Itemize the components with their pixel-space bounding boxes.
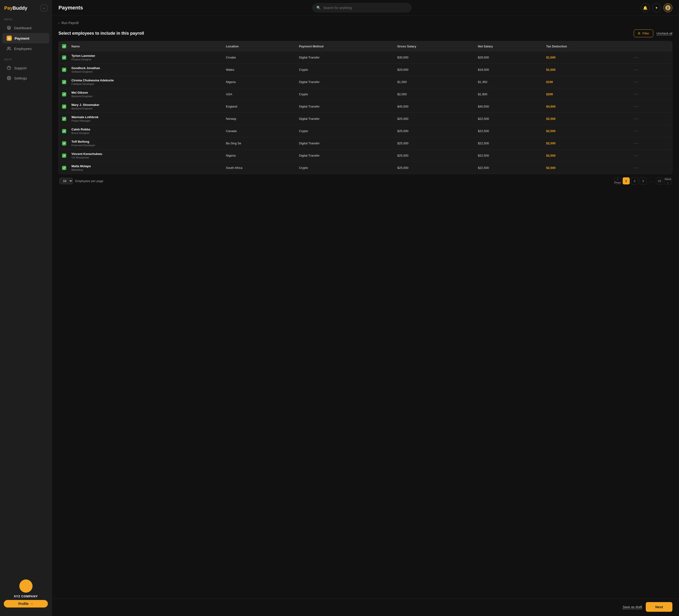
next-page-button[interactable]: Next › (665, 177, 672, 184)
page-button-3[interactable]: 3 (640, 177, 647, 184)
more-options-button-6[interactable]: ··· (633, 128, 640, 133)
page-button-15[interactable]: 15 (656, 177, 663, 184)
star-button[interactable]: ✦ (652, 3, 661, 12)
back-link[interactable]: ‹ Run Payroll (59, 21, 672, 25)
menu-section-label: Menu (0, 18, 52, 23)
sidebar-toggle-button[interactable]: ‹ (41, 5, 47, 11)
row-checkbox-4[interactable] (62, 104, 66, 109)
per-page-label: Employees per page (75, 179, 103, 183)
next-button[interactable]: Next (646, 602, 672, 612)
prev-page-button[interactable]: ‹ Prev (614, 177, 621, 184)
row-payment-method-0: Digital Transfer (296, 52, 394, 64)
row-payment-method-5: Digital Transfer (296, 113, 394, 125)
table-row: Mary J. Shoemaker Backend Engineer Engla… (59, 100, 672, 113)
row-checkbox-8[interactable] (62, 154, 66, 158)
row-checkbox-cell-1[interactable] (59, 64, 68, 76)
row-more-5[interactable]: ··· (630, 113, 672, 125)
main-content: Payments 🔍 🔔 ✦ 👤 ‹ Run Payroll Select em… (52, 0, 679, 616)
row-checkbox-0[interactable] (62, 55, 66, 60)
profile-button[interactable]: Profile → (4, 600, 48, 608)
more-options-button-3[interactable]: ··· (633, 92, 640, 97)
row-location-9: South Africa (223, 162, 296, 174)
row-more-2[interactable]: ··· (630, 76, 672, 88)
row-gross-2: $1,500 (394, 76, 475, 88)
page-button-2[interactable]: 2 (631, 177, 638, 184)
row-more-4[interactable]: ··· (630, 100, 672, 113)
sidebar-item-support[interactable]: Support (2, 63, 49, 73)
more-options-button-1[interactable]: ··· (633, 67, 640, 72)
row-checkbox-cell-5[interactable] (59, 113, 68, 125)
row-checkbox-cell-9[interactable] (59, 162, 68, 174)
row-more-6[interactable]: ··· (630, 125, 672, 137)
select-all-header[interactable] (59, 41, 68, 52)
sidebar-item-settings[interactable]: Settings (2, 73, 49, 83)
save-draft-button[interactable]: Save as draft (623, 605, 642, 609)
row-checkbox-cell-4[interactable] (59, 100, 68, 113)
per-page-control: 5 10 25 50 Employees per page (59, 178, 103, 184)
row-more-8[interactable]: ··· (630, 150, 672, 162)
bottom-actions: Save as draft Next (52, 598, 679, 616)
row-tax-6: $2,500 (543, 125, 629, 137)
row-net-1: $18,500 (475, 64, 543, 76)
uncheck-all-button[interactable]: Uncheck all (656, 32, 672, 35)
sidebar-item-payment[interactable]: Payment (2, 33, 49, 43)
table-row: Mel Gibson Backend Engineer USA Crypto $… (59, 88, 672, 100)
row-more-0[interactable]: ··· (630, 52, 672, 64)
row-checkbox-cell-8[interactable] (59, 150, 68, 162)
more-options-button-8[interactable]: ··· (633, 153, 640, 158)
row-gross-6: $25,000 (394, 125, 475, 137)
row-location-7: Ba Sing Se (223, 137, 296, 150)
table-row: Warmate Lothbrok Project Manager Norway … (59, 113, 672, 125)
row-checkbox-2[interactable] (62, 80, 66, 84)
user-menu-button[interactable]: 👤 (664, 3, 672, 12)
row-tax-3: $200 (543, 88, 629, 100)
help-section-label: Help (0, 58, 52, 63)
row-name-5: Warmate Lothbrok Project Manager (68, 113, 223, 125)
filter-button[interactable]: ⚙ Filter (634, 29, 653, 37)
row-more-9[interactable]: ··· (630, 162, 672, 174)
row-checkbox-cell-7[interactable] (59, 137, 68, 150)
per-page-select[interactable]: 5 10 25 50 (59, 178, 73, 184)
row-more-3[interactable]: ··· (630, 88, 672, 100)
topbar: Payments 🔍 🔔 ✦ 👤 (52, 0, 679, 16)
payment-icon (7, 36, 12, 41)
notification-button[interactable]: 🔔 (641, 3, 650, 12)
employees-table: Name Location Payment Method Gross Salar… (59, 41, 672, 174)
more-options-button-4[interactable]: ··· (633, 104, 640, 109)
row-net-5: $22,500 (475, 113, 543, 125)
row-checkbox-cell-2[interactable] (59, 76, 68, 88)
row-location-2: Nigeria (223, 76, 296, 88)
table-row: Ciroma Chukwuma Adekunle Fullstack Devel… (59, 76, 672, 88)
col-header-payment-method: Payment Method (296, 41, 394, 52)
more-options-button-2[interactable]: ··· (633, 80, 640, 85)
row-name-0: Tyrion Lannister Product Designer (68, 52, 223, 64)
more-options-button-5[interactable]: ··· (633, 116, 640, 121)
row-more-7[interactable]: ··· (630, 137, 672, 150)
page-button-1[interactable]: 1 (623, 177, 630, 184)
col-header-actions (630, 41, 672, 52)
row-checkbox-1[interactable] (62, 68, 66, 72)
row-checkbox-9[interactable] (62, 166, 66, 170)
filter-icon: ⚙ (638, 32, 641, 35)
select-all-checkbox[interactable] (62, 44, 66, 48)
row-tax-0: $1,500 (543, 52, 629, 64)
row-checkbox-3[interactable] (62, 92, 66, 96)
sidebar-item-label-settings: Settings (14, 76, 27, 80)
row-checkbox-cell-3[interactable] (59, 88, 68, 100)
more-options-button-7[interactable]: ··· (633, 141, 640, 146)
search-input[interactable] (323, 6, 408, 10)
sidebar-item-label-payment: Payment (14, 36, 30, 40)
more-options-button-0[interactable]: ··· (633, 55, 640, 60)
row-checkbox-5[interactable] (62, 117, 66, 121)
row-more-1[interactable]: ··· (630, 64, 672, 76)
row-checkbox-7[interactable] (62, 141, 66, 146)
sidebar-item-employees[interactable]: Employees (2, 43, 49, 54)
row-checkbox-cell-0[interactable] (59, 52, 68, 64)
table-row: Matla Molapo Marketing South Africa Cryp… (59, 162, 672, 174)
col-header-location: Location (223, 41, 296, 52)
row-checkbox-6[interactable] (62, 129, 66, 133)
table-row: Toff Beifong Front-end Developer Ba Sing… (59, 137, 672, 150)
more-options-button-9[interactable]: ··· (633, 165, 640, 170)
row-checkbox-cell-6[interactable] (59, 125, 68, 137)
sidebar-item-dashboard[interactable]: Dashboard (2, 23, 49, 33)
